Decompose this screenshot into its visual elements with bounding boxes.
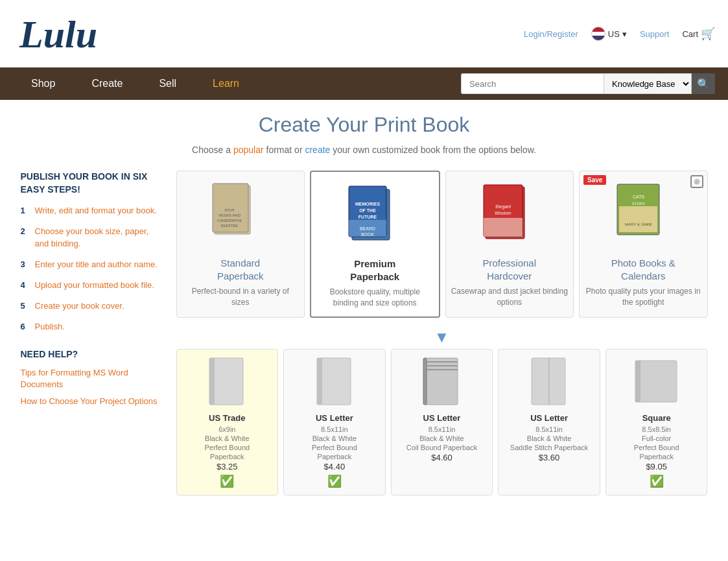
nav-create[interactable]: Create bbox=[73, 67, 141, 100]
format-us-letter-coil-size: 8.5x11in bbox=[395, 425, 489, 433]
book-card-professional[interactable]: Elegant Wisdom ProfessionalHardcover Cas… bbox=[445, 171, 574, 318]
two-col-layout: PUBLISH YOUR BOOK IN SIX EASY STEPS! 1 W… bbox=[21, 171, 708, 495]
help-links: Tips for Formatting MS Word Documents Ho… bbox=[21, 367, 163, 408]
svg-text:Lulu: Lulu bbox=[19, 13, 97, 56]
format-book-square-img bbox=[610, 356, 703, 408]
svg-rect-28 bbox=[317, 358, 322, 405]
logo[interactable]: Lulu bbox=[13, 5, 104, 62]
svg-text:VESAS AND: VESAS AND bbox=[218, 213, 241, 217]
svg-text:Wisdom: Wisdom bbox=[495, 211, 511, 215]
step-item-6: 6 Publish. bbox=[21, 321, 163, 333]
flag-label: US bbox=[608, 29, 620, 39]
subtitle: Choose a popular format or create your o… bbox=[21, 145, 708, 155]
format-us-letter-pb-size: 8.5x11in bbox=[288, 425, 381, 433]
subtitle-after: your own customized book from the option… bbox=[330, 145, 536, 155]
subtitle-before: Choose a bbox=[192, 145, 233, 155]
book-card-premium-title: PremiumPaperback bbox=[316, 257, 434, 283]
format-us-letter-coil-paper: Black & White bbox=[395, 435, 489, 442]
format-us-letter-coil-binding: Coil Bound Paperback bbox=[395, 444, 489, 451]
format-book-us-letter-pb-img bbox=[288, 356, 381, 408]
search-button[interactable]: 🔍 bbox=[692, 73, 715, 94]
nav-shop[interactable]: Shop bbox=[13, 67, 73, 100]
format-card-us-letter-saddle[interactable]: US Letter 8.5x11in Black & White Saddle … bbox=[498, 349, 600, 495]
format-us-trade-size: 6x9in bbox=[181, 425, 274, 433]
navbar: Shop Create Sell Learn Knowledge Base Al… bbox=[0, 67, 728, 100]
step-text-6[interactable]: Publish. bbox=[35, 321, 65, 333]
help-link-ms-word[interactable]: Tips for Formatting MS Word Documents bbox=[21, 367, 163, 390]
book-card-premium[interactable]: MEMORIES OF THE FUTURE BEARD BOOK Premiu… bbox=[310, 171, 440, 318]
nav-sell[interactable]: Sell bbox=[141, 67, 194, 100]
format-book-us-letter-saddle-img bbox=[502, 356, 596, 408]
search-area: Knowledge Base All Blog 🔍 bbox=[461, 73, 715, 94]
svg-text:CONSERVATIVE: CONSERVATIVE bbox=[217, 219, 242, 222]
flag-selector[interactable]: US ▾ bbox=[591, 27, 627, 41]
svg-rect-23 bbox=[619, 206, 657, 232]
book-card-standard-img: STUF VESAS AND CONSERVATIVE INVESTING bbox=[182, 179, 299, 250]
cart-button[interactable]: Cart 🛒 bbox=[682, 27, 715, 41]
step-text-1[interactable]: Write, edit and format your book. bbox=[35, 205, 157, 217]
format-card-square[interactable]: Square 8.5x8.5in Full-color Perfect Boun… bbox=[605, 349, 708, 495]
format-square-type: Paperback bbox=[610, 453, 703, 460]
search-scope-dropdown[interactable]: Knowledge Base All Blog bbox=[604, 73, 692, 94]
svg-text:BEARD: BEARD bbox=[360, 226, 375, 231]
cart-icon: 🛒 bbox=[701, 27, 715, 41]
book-card-professional-title: ProfessionalHardcover bbox=[451, 257, 569, 282]
login-register-link[interactable]: Login/Register bbox=[524, 29, 578, 39]
step-text-5[interactable]: Create your book cover. bbox=[35, 300, 124, 312]
page-title: Create Your Print Book bbox=[21, 113, 708, 137]
nav-links: Shop Create Sell Learn bbox=[13, 67, 461, 100]
support-link[interactable]: Support bbox=[640, 29, 670, 39]
svg-text:INVESTING: INVESTING bbox=[220, 224, 238, 228]
format-square-check-icon: ✅ bbox=[610, 474, 703, 488]
step-text-4[interactable]: Upload your formatted book file. bbox=[35, 280, 154, 291]
search-input[interactable] bbox=[461, 73, 604, 94]
format-us-letter-pb-binding: Perfect Bound bbox=[288, 444, 381, 451]
format-us-trade-type: Paperback bbox=[181, 453, 274, 460]
subtitle-create: create bbox=[305, 145, 330, 155]
step-text-2[interactable]: Choose your book size, paper, and bindin… bbox=[35, 226, 163, 249]
svg-rect-33 bbox=[423, 358, 427, 405]
format-us-letter-saddle-price: $3.60 bbox=[502, 453, 596, 462]
cart-label: Cart bbox=[682, 29, 698, 39]
selection-arrow: ▼ bbox=[176, 328, 708, 346]
format-card-us-letter-coil[interactable]: US Letter 8.5x11in Black & White Coil Bo… bbox=[391, 349, 493, 495]
book-card-premium-desc: Bookstore quality, multiple binding and … bbox=[316, 287, 434, 309]
book-card-photo-img: CATS STORY MARY & JAMIE bbox=[585, 179, 702, 250]
subtitle-popular: popular bbox=[233, 145, 264, 155]
format-square-binding: Perfect Bound bbox=[610, 444, 703, 451]
format-book-us-letter-coil-img bbox=[395, 356, 489, 408]
step-number-5: 5 bbox=[21, 300, 30, 312]
format-us-letter-coil-title: US Letter bbox=[395, 413, 489, 423]
format-square-paper: Full-color bbox=[610, 435, 703, 442]
main-content: Create Your Print Book Choose a popular … bbox=[8, 100, 721, 508]
book-card-photo[interactable]: Save ⊕ CATS STORY MARY & JAMIE Photo Boo… bbox=[579, 171, 708, 318]
book-card-premium-img: MEMORIES OF THE FUTURE BEARD BOOK bbox=[316, 180, 434, 251]
help-link-project-options[interactable]: How to Choose Your Project Options bbox=[21, 396, 163, 407]
format-us-trade-title: US Trade bbox=[181, 413, 274, 423]
need-help-title: NEED HELP? bbox=[21, 349, 163, 359]
format-square-price: $9.05 bbox=[610, 462, 703, 471]
expand-icon[interactable]: ⊕ bbox=[690, 175, 703, 188]
header: Lulu Login/Register US ▾ Support Cart 🛒 bbox=[0, 0, 728, 67]
svg-text:BOOK: BOOK bbox=[361, 232, 375, 237]
format-card-us-letter-pb[interactable]: US Letter 8.5x11in Black & White Perfect… bbox=[283, 349, 386, 495]
format-us-letter-pb-paper: Black & White bbox=[288, 435, 381, 442]
svg-rect-37 bbox=[635, 361, 640, 402]
svg-rect-29 bbox=[425, 358, 458, 405]
step-text-3[interactable]: Enter your title and author name. bbox=[35, 259, 158, 270]
book-type-cards: STUF VESAS AND CONSERVATIVE INVESTING St… bbox=[176, 171, 708, 318]
book-card-standard[interactable]: STUF VESAS AND CONSERVATIVE INVESTING St… bbox=[176, 171, 305, 318]
format-us-letter-pb-type: Paperback bbox=[288, 453, 381, 460]
format-us-letter-saddle-title: US Letter bbox=[502, 413, 596, 423]
subtitle-middle: format or bbox=[264, 145, 305, 155]
flag-icon bbox=[591, 27, 605, 41]
format-us-letter-coil-price: $4.60 bbox=[395, 453, 489, 462]
nav-learn[interactable]: Learn bbox=[194, 67, 257, 100]
book-card-professional-desc: Casewrap and dust jacket binding options bbox=[451, 286, 569, 308]
book-card-standard-title: StandardPaperback bbox=[182, 257, 299, 282]
format-card-us-trade[interactable]: US Trade 6x9in Black & White Perfect Bou… bbox=[176, 349, 279, 495]
book-card-photo-desc: Photo quality puts your images in the sp… bbox=[585, 286, 702, 308]
svg-text:STORY: STORY bbox=[632, 202, 645, 206]
format-us-letter-pb-check-icon: ✅ bbox=[288, 474, 381, 488]
step-number-6: 6 bbox=[21, 321, 30, 333]
